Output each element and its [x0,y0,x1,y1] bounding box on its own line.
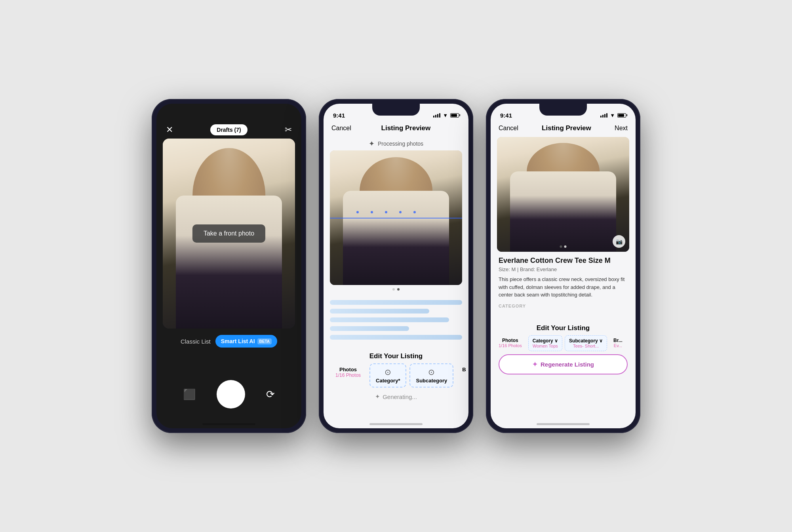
front-photo-overlay: Take a front photo [192,224,265,243]
home-indicator-3 [537,423,590,425]
subcategory-icon: ⊙ [428,367,435,377]
scan-line [330,218,462,218]
flip-camera-icon[interactable]: ⟳ [266,388,275,401]
photo-dot-2 [564,245,567,248]
loading-line-5 [330,335,462,340]
loading-line-3 [330,317,449,322]
camera-controls: ⬛ ⟳ [156,372,301,416]
category-section-label: CATEGORY [499,304,628,308]
status-time-3: 9:41 [500,112,512,119]
scan-dot-1 [356,211,359,213]
category-tab-2[interactable]: ⊙ Category* [369,363,406,388]
signal-bar-3-2 [602,115,604,118]
loading-line-1 [330,300,462,305]
edit-section-3: Edit Your Listing [491,318,636,335]
processing-bar: ✦ Processing photos [324,137,468,150]
drafts-badge[interactable]: Drafts (7) [210,124,247,135]
notch-2 [372,104,420,116]
subcategory-tab-2[interactable]: ⊙ Subcategory [409,363,453,388]
phone-result: 9:41 ▼ Cancel Listing Preview [486,99,640,433]
generating-label: Generating... [383,393,417,400]
cancel-button-2[interactable]: Cancel [331,125,351,132]
cancel-button-3[interactable]: Cancel [499,125,518,132]
signal-bar-3-1 [600,116,602,118]
brand-tab-2[interactable]: B [457,363,468,388]
photos-tab-2[interactable]: Photos 1/16 Photos [330,363,366,388]
subcategory-tab-3[interactable]: Subcategory ∨ Tees- Short... [565,335,607,351]
processing-label: Processing photos [378,141,423,147]
dots-indicator-2 [324,285,468,294]
brand-tab-label: B [462,367,466,372]
brand-tab-3-value: Ev... [614,343,622,348]
category-tab-3[interactable]: Category ∨ Women Tops [528,335,562,351]
photo-dots-3 [560,245,567,248]
loading-line-2 [330,309,429,314]
battery-icon-2 [450,113,459,118]
battery-icon-3 [617,113,626,118]
brand-tab-3-label: Br... [613,338,623,343]
product-description: This piece offers a classic crew neck, o… [499,276,628,299]
product-photo: 📷 [497,137,629,252]
loading-lines [324,294,468,346]
edit-tabs-3: Photos 1/16 Photos Category ∨ Women Tops… [491,335,636,351]
battery-fill-3 [618,114,624,117]
signal-bars-2 [433,113,440,118]
wifi-icon-3: ▼ [610,112,615,118]
edit-section-2: Edit Your Listing [324,346,468,363]
camera-viewfinder: Take a front photo [163,139,295,329]
next-button-3[interactable]: Next [615,125,628,132]
person-silhouette-3 [497,137,629,252]
signal-bars-3 [600,113,607,118]
nav-title-3: Listing Preview [542,124,591,132]
photos-tab-value: 1/16 Photos [335,372,361,378]
beta-tag: BETA [257,338,272,344]
regenerate-button[interactable]: ✦ Regenerate Listing [499,354,628,374]
scan-dot-5 [413,211,416,213]
signal-bar-2 [435,115,436,118]
subcategory-tab-3-value: Tees- Short... [573,344,599,348]
photo-dot-1 [560,245,562,248]
gallery-icon[interactable]: ⬛ [183,388,196,401]
subcategory-tab-3-label: Subcategory ∨ [569,338,603,344]
regen-label: Regenerate Listing [541,361,594,368]
phone-processing: 9:41 ▼ Cancel Listing Preview [319,99,473,433]
scan-dot-4 [399,211,402,213]
loading-line-4 [330,326,409,331]
photos-tab-label: Photos [339,367,357,372]
camera-badge[interactable]: 📷 [613,235,625,248]
brand-tab-3[interactable]: Br... Ev... [609,335,626,351]
nav-bar-3: Cancel Listing Preview Next [491,121,636,137]
listing-type-bar: Classic List Smart List AI BETA [156,329,301,354]
scan-dot-2 [371,211,373,213]
status-icons-2: ▼ [433,112,459,118]
nav-title-2: Listing Preview [381,124,431,132]
dot-1 [392,288,395,291]
edit-tabs-2: Photos 1/16 Photos ⊙ Category* ⊙ Subcate… [324,363,468,388]
subcategory-tab-label: Subcategory [416,378,447,384]
smart-list-label: Smart List AI [221,338,255,344]
product-meta: Size: M | Brand: Everlane [499,266,628,272]
scan-dot-3 [385,211,387,213]
dot-2-active [397,288,400,291]
smart-list-badge[interactable]: Smart List AI BETA [215,335,277,348]
signal-bar-4 [439,113,440,118]
status-icons-3: ▼ [600,112,626,118]
shutter-button[interactable] [217,380,245,408]
regen-star-icon: ✦ [532,361,537,368]
classic-list-label[interactable]: Classic List [181,338,211,345]
signal-bar-3-3 [604,114,605,118]
camera-nav: ✕ Drafts (7) ✂ [156,121,301,139]
signal-bar-1 [433,116,434,118]
photos-tab-3[interactable]: Photos 1/16 Photos [495,335,526,351]
processing-spinner: ✦ [369,139,375,148]
category-tab-3-value: Women Tops [533,344,558,348]
wifi-icon-2: ▼ [443,112,448,118]
notch-3 [539,104,587,116]
close-icon[interactable]: ✕ [166,125,173,135]
gen-star-icon: ✦ [375,393,380,400]
signal-bar-3-4 [606,113,607,118]
generating-bar: ✦ Generating... [324,388,468,406]
listing-photo-2 [330,150,462,285]
category-tab-3-label: Category ∨ [533,338,558,344]
scissors-icon[interactable]: ✂ [285,125,292,135]
